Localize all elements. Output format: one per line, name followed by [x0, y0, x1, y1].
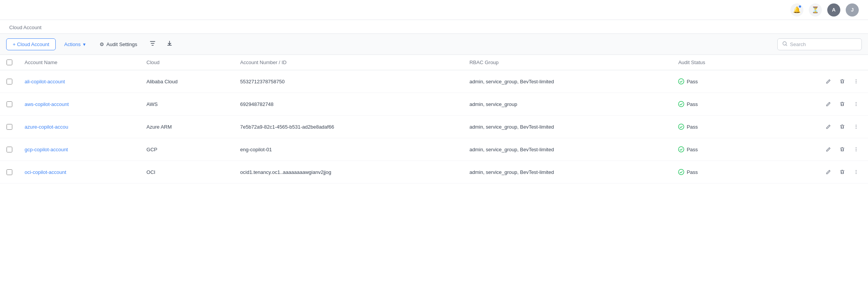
row-account-name: ali-copilot-account — [18, 70, 140, 93]
account-name-link[interactable]: ali-copilot-account — [25, 79, 65, 84]
download-button[interactable] — [163, 38, 176, 51]
table-row: aws-copilot-account AWS 692948782748 adm… — [0, 93, 868, 116]
table-row: azure-copilot-accou Azure ARM 7e5b72a9-8… — [0, 116, 868, 138]
pass-icon — [678, 101, 684, 107]
row-rbac-group: admin, service_group, BevTest-limited — [463, 138, 672, 161]
svg-point-16 — [856, 150, 856, 151]
notification-button[interactable]: 🔔 — [790, 3, 803, 17]
row-checkbox-cell — [0, 116, 18, 138]
row-audit-status: Pass — [672, 138, 757, 161]
row-audit-status: Pass — [672, 161, 757, 184]
audit-status-label: Pass — [687, 169, 698, 175]
more-options-button[interactable] — [850, 98, 862, 110]
table-body: ali-copilot-account Alibaba Cloud 553271… — [0, 70, 868, 184]
delete-button[interactable] — [836, 144, 848, 155]
svg-point-5 — [678, 101, 684, 107]
pass-icon — [678, 124, 684, 130]
row-checkbox[interactable] — [7, 147, 12, 152]
pass-icon — [678, 146, 684, 152]
delete-button[interactable] — [836, 76, 848, 87]
cloud-accounts-table: Account Name Cloud Account Number / ID R… — [0, 55, 868, 184]
col-rbac-group: RBAC Group — [463, 55, 672, 70]
add-cloud-account-label: + Cloud Account — [13, 41, 49, 47]
avatar-a-button[interactable]: A — [827, 3, 840, 17]
row-audit-status: Pass — [672, 93, 757, 116]
breadcrumb-label: Cloud Account — [9, 25, 42, 30]
row-audit-status: Pass — [672, 70, 757, 93]
account-name-link[interactable]: aws-copilot-account — [25, 101, 69, 107]
avatar-a-label: A — [832, 7, 835, 13]
edit-button[interactable] — [823, 98, 834, 110]
table-row: ali-copilot-account Alibaba Cloud 553271… — [0, 70, 868, 93]
row-action-buttons — [757, 116, 868, 138]
audit-settings-button[interactable]: ⚙ Audit Settings — [94, 39, 143, 50]
table-row: oci-copilot-account OCI ocid1.tenancy.oc… — [0, 161, 868, 184]
account-name-link[interactable]: gcp-copilot-account — [25, 147, 68, 152]
edit-button[interactable] — [823, 121, 834, 132]
svg-point-18 — [856, 170, 856, 171]
row-checkbox[interactable] — [7, 101, 12, 107]
avatar-j-button[interactable]: J — [846, 3, 859, 17]
col-cloud: Cloud — [140, 55, 234, 70]
account-name-link[interactable]: azure-copilot-accou — [25, 124, 68, 130]
row-cloud: Alibaba Cloud — [140, 70, 234, 93]
table-header-row: Account Name Cloud Account Number / ID R… — [0, 55, 868, 70]
svg-point-9 — [678, 124, 684, 129]
more-options-button[interactable] — [850, 166, 862, 178]
search-wrap[interactable] — [777, 38, 862, 50]
svg-point-8 — [856, 105, 856, 106]
top-bar: 🔔 ⏳ A J — [0, 0, 868, 20]
filter-icon — [150, 40, 156, 48]
filter-button[interactable] — [146, 38, 160, 51]
avatar-j-label: J — [851, 7, 853, 13]
audit-status-label: Pass — [687, 124, 698, 130]
account-name-link[interactable]: oci-copilot-account — [25, 169, 66, 175]
row-audit-status: Pass — [672, 116, 757, 138]
svg-point-12 — [856, 128, 856, 129]
svg-point-14 — [856, 147, 856, 148]
svg-point-7 — [856, 104, 856, 104]
col-checkbox — [0, 55, 18, 70]
search-icon — [782, 41, 788, 48]
svg-point-2 — [856, 79, 856, 80]
gear-icon: ⚙ — [100, 41, 104, 47]
col-audit-status: Audit Status — [672, 55, 757, 70]
row-cloud: AWS — [140, 93, 234, 116]
row-rbac-group: admin, service_group, BevTest-limited — [463, 70, 672, 93]
breadcrumb: Cloud Account — [0, 20, 868, 34]
delete-button[interactable] — [836, 121, 848, 132]
row-action-buttons — [757, 138, 868, 161]
row-account-number: eng-copilot-01 — [234, 138, 463, 161]
table-wrap: Account Name Cloud Account Number / ID R… — [0, 55, 868, 184]
add-cloud-account-button[interactable]: + Cloud Account — [6, 38, 56, 50]
delete-button[interactable] — [836, 166, 848, 178]
row-checkbox-cell — [0, 161, 18, 184]
row-checkbox[interactable] — [7, 124, 12, 130]
top-bar-icons: 🔔 ⏳ A J — [790, 3, 859, 17]
svg-point-20 — [856, 173, 856, 174]
edit-button[interactable] — [823, 166, 834, 178]
edit-button[interactable] — [823, 144, 834, 155]
row-checkbox[interactable] — [7, 169, 12, 175]
more-options-button[interactable] — [850, 144, 862, 155]
svg-point-4 — [856, 83, 856, 83]
delete-button[interactable] — [836, 98, 848, 110]
more-options-button[interactable] — [850, 76, 862, 87]
timer-button[interactable]: ⏳ — [809, 3, 822, 17]
search-input[interactable] — [790, 41, 857, 47]
row-checkbox-cell — [0, 138, 18, 161]
row-checkbox[interactable] — [7, 79, 12, 84]
col-account-number: Account Number / ID — [234, 55, 463, 70]
actions-button[interactable]: Actions ▾ — [59, 39, 91, 50]
audit-status-label: Pass — [687, 101, 698, 107]
actions-label: Actions — [64, 41, 81, 47]
select-all-checkbox[interactable] — [7, 60, 12, 65]
svg-point-13 — [678, 147, 684, 152]
edit-button[interactable] — [823, 76, 834, 87]
toolbar: + Cloud Account Actions ▾ ⚙ Audit Settin… — [0, 34, 868, 55]
row-account-number: ocid1.tenancy.oc1..aaaaaaaawgianv2jjog — [234, 161, 463, 184]
row-account-name: aws-copilot-account — [18, 93, 140, 116]
hourglass-icon: ⏳ — [811, 6, 819, 13]
more-options-button[interactable] — [850, 121, 862, 132]
row-cloud: GCP — [140, 138, 234, 161]
